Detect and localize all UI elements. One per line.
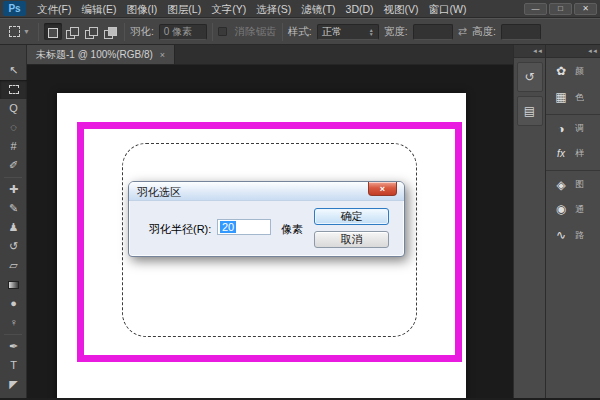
dialog-title: 羽化选区	[137, 186, 181, 198]
ok-button[interactable]: 确定	[314, 208, 389, 225]
history-brush-tool[interactable]: ↺	[0, 237, 27, 256]
new-selection-button[interactable]	[44, 23, 62, 40]
selection-mode-icon	[66, 27, 77, 37]
gradient-tool[interactable]	[0, 275, 27, 294]
style-value: 正常	[322, 25, 342, 39]
lasso-tool[interactable]: Q	[0, 99, 27, 118]
feather-input[interactable]: 0 像素	[159, 24, 207, 40]
panel-icon: ▦	[553, 90, 569, 104]
tool-preset-picker[interactable]: ▼	[6, 24, 33, 39]
tool-icon: T	[10, 360, 17, 371]
adjustments-panel-button[interactable]: ◑ 调整	[546, 114, 600, 140]
document-tab[interactable]: 未标题-1 @ 100%(RGB/8) ×	[27, 45, 175, 64]
path-selection-tool[interactable]: ◤	[0, 375, 27, 394]
menu-image[interactable]: 图像(I)	[121, 0, 162, 18]
menu-type[interactable]: 文字(Y)	[206, 0, 251, 18]
document-title: 未标题-1 @ 100%(RGB/8)	[36, 48, 153, 62]
chevron-down-icon: ▼	[23, 28, 30, 35]
tool-icon: ✎	[9, 203, 18, 214]
minimize-button[interactable]: —	[524, 3, 547, 15]
feather-label: 羽化:	[130, 25, 154, 39]
menu-items: 文件(F)编辑(E)图像(I)图层(L)文字(Y)选择(S)滤镜(T)3D(D)…	[32, 0, 472, 18]
selection-mode-icon	[47, 27, 58, 37]
clone-stamp-tool[interactable]: ♟	[0, 218, 27, 237]
style-select[interactable]: 正常 ▲▼	[317, 24, 379, 40]
panel-icon: fx	[553, 148, 569, 159]
style-label: 样式:	[288, 25, 312, 39]
blur-tool[interactable]: ●	[0, 294, 27, 313]
selection-mode-icon	[85, 27, 96, 37]
document-tab-bar: 未标题-1 @ 100%(RGB/8) ×	[27, 45, 513, 65]
tool-icon	[9, 85, 19, 94]
tool-icon: ✚	[9, 184, 18, 195]
properties-panel-button[interactable]: ▤	[517, 96, 543, 126]
tool-icon: ♀	[9, 317, 17, 328]
height-label: 高度:	[472, 25, 496, 39]
height-input[interactable]	[501, 24, 541, 40]
photoshop-logo: Ps	[3, 1, 26, 16]
menu-layer[interactable]: 图层(L)	[162, 0, 206, 18]
panel-label: 色板	[575, 91, 584, 104]
window-controls: —□✕	[524, 3, 597, 15]
menu-edit[interactable]: 编辑(E)	[76, 0, 121, 18]
tool-icon: ◌	[10, 122, 17, 133]
panel-icon: ∿	[553, 228, 569, 242]
close-button[interactable]: ✕	[574, 3, 597, 15]
menu-bar: Ps 文件(F)编辑(E)图像(I)图层(L)文字(Y)选择(S)滤镜(T)3D…	[0, 0, 600, 18]
healing-brush-tool[interactable]: ✚	[0, 180, 27, 199]
dock-expand-chevron[interactable]: ◄◄	[546, 45, 600, 58]
selection-mode-icon	[104, 27, 115, 37]
menu-file[interactable]: 文件(F)	[32, 0, 76, 18]
paths-panel-button[interactable]: ∿ 路径	[546, 222, 600, 248]
panel-label: 通道	[575, 203, 584, 216]
divider	[212, 23, 213, 41]
divider	[282, 23, 283, 41]
marquee-preset-icon	[9, 26, 20, 37]
select-arrows-icon: ▲▼	[369, 28, 374, 36]
pen-tool[interactable]: ✒	[0, 337, 27, 356]
menu-select[interactable]: 选择(S)	[251, 0, 296, 18]
panel-icon: ▤	[524, 104, 535, 118]
rectangular-marquee-tool[interactable]	[0, 80, 27, 99]
move-tool[interactable]: ↖	[0, 61, 27, 80]
feather-radius-input[interactable]: 20	[217, 219, 271, 235]
intersect-selection-button[interactable]	[101, 23, 119, 40]
channels-panel-button[interactable]: ◉ 通道	[546, 196, 600, 222]
color-panel-button[interactable]: ✿ 颜色	[546, 58, 600, 84]
dialog-close-button[interactable]: ×	[368, 182, 397, 196]
layers-panel-button[interactable]: ◈ 图层	[546, 170, 600, 196]
swatches-panel-button[interactable]: ▦ 色板	[546, 84, 600, 110]
feather-selection-dialog: 羽化选区 × 羽化半径(R): 20 像素 确定 取消	[128, 181, 405, 257]
panel-dock-icons: ◄◄ ✿ 颜色 ▦ 色板 ◑ 调整	[545, 45, 600, 398]
dodge-tool[interactable]: ♀	[0, 313, 27, 332]
antialias-checkbox[interactable]	[218, 27, 227, 36]
eyedropper-tool[interactable]: ✐	[0, 156, 27, 175]
styles-panel-button[interactable]: fx 样式	[546, 140, 600, 166]
dialog-body: 羽化半径(R): 20 像素 确定 取消	[129, 201, 404, 257]
history-panel-button[interactable]: ↺	[517, 62, 543, 92]
swap-dimensions-icon[interactable]: ⇄	[458, 25, 467, 38]
tool-icon: ↺	[9, 241, 18, 252]
menu-filter[interactable]: 滤镜(T)	[296, 0, 340, 18]
narrow-dock-buttons: ↺▤	[514, 62, 545, 126]
subtract-from-selection-button[interactable]	[82, 23, 100, 40]
tool-options-bar: ▼ 羽化: 0 像素 消除锯齿 样式: 正常 ▲▼ 宽度: ⇄ 高度:	[0, 18, 600, 45]
width-label: 宽度:	[384, 25, 408, 39]
eraser-tool[interactable]: ▱	[0, 256, 27, 275]
type-tool[interactable]: T	[0, 356, 27, 375]
width-input[interactable]	[413, 24, 453, 40]
tab-close-icon[interactable]: ×	[160, 50, 165, 60]
add-to-selection-button[interactable]	[63, 23, 81, 40]
menu-view[interactable]: 视图(V)	[379, 0, 424, 18]
dialog-title-bar[interactable]: 羽化选区 ×	[129, 182, 404, 201]
cancel-button[interactable]: 取消	[314, 231, 389, 248]
crop-tool[interactable]: #	[0, 137, 27, 156]
menu-3d[interactable]: 3D(D)	[341, 0, 379, 18]
dock-expand-chevron[interactable]: ◄◄	[514, 45, 545, 58]
brush-tool[interactable]: ✎	[0, 199, 27, 218]
menu-window[interactable]: 窗口(W)	[424, 0, 472, 18]
maximize-button[interactable]: □	[549, 3, 572, 15]
panel-label: 路径	[575, 229, 584, 242]
tool-icon: Q	[9, 103, 18, 114]
quick-selection-tool[interactable]: ◌	[0, 118, 27, 137]
